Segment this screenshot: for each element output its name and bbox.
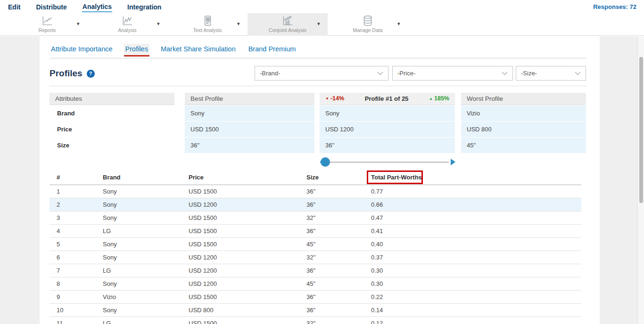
table-column-brand: Brand — [103, 170, 189, 185]
size-filter-value: -Size- — [521, 70, 537, 77]
table-row[interactable]: 1SonyUSD 150036"0.77 — [50, 185, 581, 198]
table-row[interactable]: 3SonyUSD 150032"0.47 — [50, 211, 581, 224]
table-cell: 1 — [50, 185, 103, 198]
profile-slider[interactable] — [320, 156, 456, 168]
table-cell: USD 1200 — [189, 198, 306, 211]
toolbar-item-analysis[interactable]: Analysis — [97, 15, 158, 33]
current-profile-header: ▼-14% Profile #1 of 25 ▲185% — [320, 93, 455, 105]
table-cell: 32" — [306, 251, 371, 264]
table-row[interactable]: 11LGUSD 150032"0.12 — [50, 316, 581, 324]
subtab-market-share-simulation[interactable]: Market Share Simulation — [159, 44, 237, 57]
toolbar-item-label: Conjoint Analysis — [257, 27, 318, 33]
table-cell: Sony — [103, 237, 189, 251]
table-cell: USD 1200 — [189, 264, 306, 277]
chevron-down-icon — [377, 72, 383, 75]
table-cell: 10 — [50, 303, 103, 316]
table-cell: 2 — [50, 198, 103, 211]
toolbar-dropdown-caret-icon[interactable]: ▾ — [317, 21, 320, 27]
table-row[interactable]: 9VizioUSD 150036"0.22 — [50, 290, 581, 303]
table-row[interactable]: 6SonyUSD 120032"0.37 — [50, 251, 581, 264]
toolbar-item-conjoint-analysis[interactable]: Conjoint Analysis — [257, 15, 318, 33]
table-cell: 0.14 — [371, 303, 581, 316]
price-filter-dropdown[interactable]: -Price- — [392, 66, 513, 81]
nav-item-edit[interactable]: Edit — [8, 2, 21, 12]
subtab-profiles[interactable]: Profiles — [124, 44, 149, 57]
toolbar-item-manage-data[interactable]: Manage Data — [337, 15, 398, 33]
table-cell: 3 — [50, 211, 103, 224]
vertical-scrollbar[interactable] — [637, 36, 644, 324]
brand-filter-value: -Brand- — [260, 70, 280, 77]
toolbar-dropdown-caret-icon[interactable]: ▾ — [77, 21, 80, 27]
current-profile-value: USD 1200 — [320, 122, 455, 137]
best-profile-value: 36" — [185, 138, 314, 153]
best-profile-header: Best Profile — [185, 93, 314, 105]
toolbar-item-text-analysis[interactable]: Text Analysis — [177, 15, 238, 33]
table-cell: 32" — [306, 316, 371, 324]
table-row[interactable]: 8SonyUSD 120045"0.30 — [50, 277, 581, 290]
worst-profile-value: 45" — [461, 138, 586, 153]
toolbar-dropdown-caret-icon[interactable]: ▾ — [237, 21, 240, 27]
scrollbar-thumb[interactable] — [639, 57, 643, 203]
toolbar-item-label: Manage Data — [337, 27, 398, 33]
increase-indicator: ▲185% — [429, 92, 449, 105]
price-filter-value: -Price- — [397, 70, 415, 77]
table-cell: 5 — [50, 237, 103, 251]
slider-handle[interactable] — [321, 157, 330, 167]
subtab-bar: Attribute ImportanceProfilesMarket Share… — [50, 44, 297, 57]
slider-next-icon[interactable] — [451, 159, 455, 165]
brand-filter-dropdown[interactable]: -Brand- — [255, 66, 388, 81]
chevron-down-icon — [575, 72, 581, 75]
subtab-divider — [50, 58, 586, 58]
table-cell: USD 1500 — [189, 237, 306, 251]
table-cell: USD 1500 — [189, 185, 306, 198]
table-row[interactable]: 10SonyUSD 80036"0.14 — [50, 303, 581, 316]
toolbar-item-label: Analysis — [97, 27, 158, 33]
table-cell: 0.47 — [371, 211, 581, 224]
current-profile-column: ▼-14% Profile #1 of 25 ▲185% SonyUSD 120… — [320, 93, 455, 153]
table-row[interactable]: 7LGUSD 120036"0.30 — [50, 264, 581, 277]
database-icon — [337, 15, 398, 27]
table-cell: 0.22 — [371, 290, 581, 303]
table-cell: Sony — [103, 277, 189, 290]
content-panel: Attribute ImportanceProfilesMarket Share… — [40, 36, 600, 324]
toolbar-item-reports[interactable]: Reports — [17, 15, 78, 33]
table-cell: 36" — [306, 224, 371, 237]
subtab-brand-premium[interactable]: Brand Premium — [247, 44, 297, 57]
toolbar-dropdown-caret-icon[interactable]: ▾ — [397, 21, 400, 27]
current-profile-title: Profile #1 of 25 — [365, 93, 408, 105]
nav-item-analytics[interactable]: Analytics — [82, 1, 112, 12]
part-worths-table: #BrandPriceSizeTotal Part-Worths 1SonyUS… — [50, 170, 581, 324]
size-filter-dropdown[interactable]: -Size- — [516, 66, 586, 81]
page-title: Profiles — [50, 68, 83, 79]
table-column-price: Price — [189, 170, 306, 185]
toolbar-dropdown-caret-icon[interactable]: ▾ — [157, 21, 160, 27]
table-row[interactable]: 2SonyUSD 120036"0.66 — [50, 198, 581, 211]
table-cell: USD 1500 — [189, 316, 306, 324]
worst-profile-column: Worst Profile VizioUSD 80045" — [461, 93, 586, 153]
nav-item-integration[interactable]: Integration — [127, 2, 162, 12]
nav-item-distribute[interactable]: Distribute — [35, 2, 67, 12]
table-cell: 11 — [50, 316, 103, 324]
table-cell: 0.30 — [371, 277, 581, 290]
table-cell: USD 1500 — [189, 211, 306, 224]
table-cell: 32" — [306, 211, 371, 224]
table-cell: LG — [103, 264, 189, 277]
subtab-attribute-importance[interactable]: Attribute Importance — [50, 44, 114, 57]
table-cell: Sony — [103, 251, 189, 264]
table-cell: Sony — [103, 211, 189, 224]
table-cell: 6 — [50, 251, 103, 264]
table-column-size: Size — [306, 170, 371, 185]
table-row[interactable]: 5SonyUSD 150045"0.40 — [50, 237, 581, 251]
responses-count: Responses: 72 — [593, 3, 636, 10]
chevron-down-icon — [502, 72, 508, 75]
help-icon[interactable]: ? — [87, 70, 95, 78]
table-cell: 0.66 — [371, 198, 581, 211]
reports-chart-icon — [17, 15, 78, 27]
table-cell: 36" — [306, 290, 371, 303]
table-cell: Sony — [103, 303, 189, 316]
slider-track[interactable] — [324, 162, 449, 163]
table-cell: 36" — [306, 185, 371, 198]
table-cell: Sony — [103, 185, 189, 198]
table-row[interactable]: 4LGUSD 150036"0.41 — [50, 224, 581, 237]
section-divider — [50, 86, 586, 86]
